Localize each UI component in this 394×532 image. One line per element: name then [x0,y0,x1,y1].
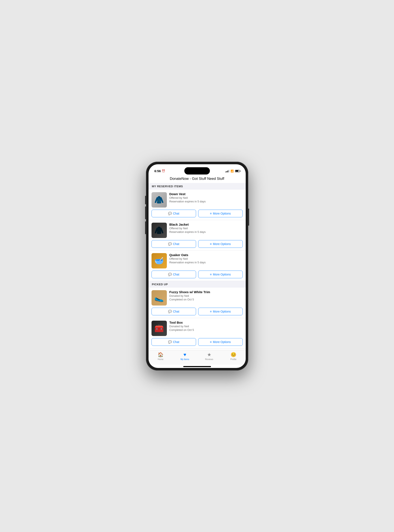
more-icon-down-vest: ≡ [210,212,212,215]
item-name-black-jacket: Black Jacket [169,223,243,226]
chat-icon-tool-box: 💬 [168,340,172,344]
item-status-fuzzy-shoes: Completed on Oct 5 [169,298,243,301]
chat-icon-fuzzy-shoes: 💬 [168,310,172,313]
item-offered-black-jacket: Offered by Neil [169,227,243,230]
section-header-reserved: MY RESERVED ITEMS [149,183,246,190]
down-vest-emoji: 🧥 [154,196,164,204]
black-jacket-emoji: 🧥 [154,227,164,234]
more-button-quaker-oats[interactable]: ≡ More Options [198,271,243,278]
more-button-down-vest[interactable]: ≡ More Options [198,210,243,217]
item-image-tool-box: 🧰 [151,321,167,336]
item-offered-quaker-oats: Offered by Neil [169,257,243,260]
item-name-down-vest: Down Vest [169,192,243,196]
more-button-tool-box[interactable]: ≡ More Options [198,338,243,346]
item-image-black-jacket: 🧥 [151,223,167,238]
wifi-icon: 📶 [231,170,234,173]
battery-icon [235,170,240,172]
reviews-star-icon: ★ [207,352,211,357]
item-status-quaker-oats: Reservation expires in 5 days [169,261,243,264]
more-button-black-jacket[interactable]: ≡ More Options [198,240,243,248]
more-icon-black-jacket: ≡ [210,242,212,246]
chat-icon-quaker-oats: 💬 [168,273,172,276]
quaker-oats-emoji: 🥣 [154,257,164,265]
item-card-tool-box: 🧰 Tool Box Donated by Neil Completed on … [149,318,246,349]
more-button-fuzzy-shoes[interactable]: ≡ More Options [198,308,243,315]
tab-reviews[interactable]: ★ Reviews [197,352,221,361]
chat-button-tool-box[interactable]: 💬 Chat [151,338,196,346]
item-card-black-jacket: 🧥 Black Jacket Offered by Neil Reservati… [149,220,246,251]
section-header-picked-up: PICKED UP [149,281,246,288]
nav-title: DonateNow - Got Stuff Need Stuff [149,175,246,183]
fuzzy-shoes-emoji: 🥿 [154,294,164,302]
phone-screen: 6:56 ⏰ 📶 DonateNow - Got Stuff Need Stuf… [149,164,246,368]
main-content[interactable]: MY RESERVED ITEMS 🧥 Down Vest Offered by… [149,183,246,350]
tab-profile-label: Profile [230,358,236,361]
tool-box-emoji: 🧰 [154,325,164,332]
item-status-tool-box: Completed on Oct 5 [169,328,243,331]
phone-frame: 6:56 ⏰ 📶 DonateNow - Got Stuff Need Stuf… [146,162,248,371]
item-name-fuzzy-shoes: Fuzzy Shoes w/ White Trim [169,290,243,294]
item-offered-down-vest: Offered by Neil [169,196,243,199]
item-offered-tool-box: Donated by Neil [169,325,243,328]
signal-strength [225,170,229,172]
tab-my-items[interactable]: ♥ My Items [173,352,197,361]
tab-my-items-label: My Items [181,358,189,361]
chat-button-fuzzy-shoes[interactable]: 💬 Chat [151,308,196,315]
profile-icon: 😊 [231,352,236,357]
home-indicator [183,366,211,367]
bottom-spacer [149,349,246,350]
volume-down-button [145,221,146,234]
tab-home-label: Home [158,358,163,361]
power-button [248,209,249,226]
home-icon: 🏠 [158,352,163,357]
item-name-quaker-oats: Quaker Oats [169,253,243,257]
item-status-black-jacket: Reservation expires in 5 days [169,230,243,233]
dynamic-island [184,167,210,175]
chat-icon-down-vest: 💬 [168,212,172,215]
item-offered-fuzzy-shoes: Donated by Neil [169,294,243,297]
status-icons: 📶 [225,170,240,173]
item-status-down-vest: Reservation expires in 5 days [169,200,243,203]
more-icon-tool-box: ≡ [210,340,212,344]
tab-profile[interactable]: 😊 Profile [221,352,246,361]
item-card-fuzzy-shoes: 🥿 Fuzzy Shoes w/ White Trim Donated by N… [149,288,246,318]
more-icon-fuzzy-shoes: ≡ [210,310,212,313]
tab-reviews-label: Reviews [205,358,213,361]
status-time: 6:56 [155,169,161,173]
sleep-icon: ⏰ [162,169,165,173]
volume-up-button [145,207,146,219]
item-card-quaker-oats: 🥣 Quaker Oats Offered by Neil Reservatio… [149,251,246,281]
chat-icon-black-jacket: 💬 [168,242,172,246]
chat-button-black-jacket[interactable]: 💬 Chat [151,240,196,248]
chat-button-quaker-oats[interactable]: 💬 Chat [151,271,196,278]
item-card-down-vest: 🧥 Down Vest Offered by Neil Reservation … [149,190,246,220]
tab-home[interactable]: 🏠 Home [149,352,173,361]
item-image-down-vest: 🧥 [151,192,167,207]
tab-bar: 🏠 Home ♥ My Items ★ Reviews 😊 Profile [149,350,246,365]
item-image-quaker-oats: 🥣 [151,253,167,269]
my-items-heart-icon: ♥ [183,352,186,357]
chat-button-down-vest[interactable]: 💬 Chat [151,210,196,217]
item-image-fuzzy-shoes: 🥿 [151,290,167,305]
item-name-tool-box: Tool Box [169,321,243,324]
more-icon-quaker-oats: ≡ [210,273,212,276]
